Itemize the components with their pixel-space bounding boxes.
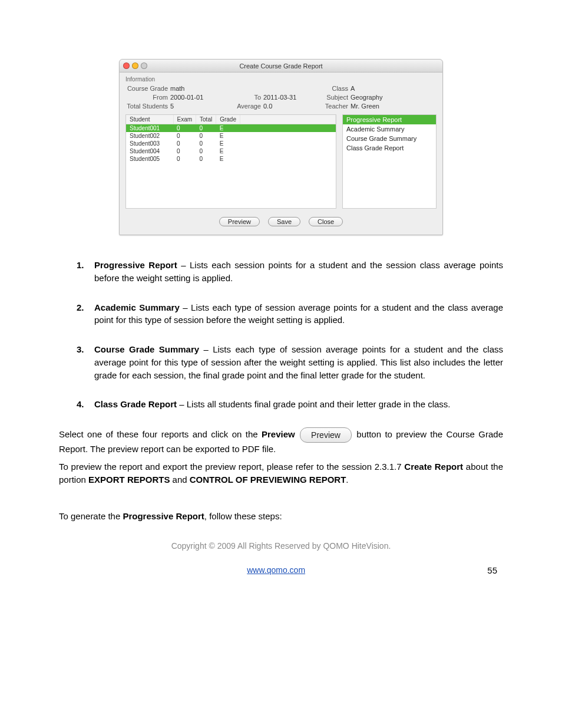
class-value: A <box>351 85 409 92</box>
subject-value: Geography <box>351 94 409 101</box>
titlebar[interactable]: Create Course Grade Report <box>120 60 442 73</box>
th-student[interactable]: Student <box>126 115 173 124</box>
close-button[interactable]: Close <box>309 217 343 226</box>
report-list[interactable]: Progressive ReportAcademic SummaryCourse… <box>342 114 437 209</box>
class-label: Class <box>319 85 348 92</box>
report-item[interactable]: Course Grade Summary <box>343 134 436 143</box>
paragraph-preview: Select one of these four reports and cli… <box>59 427 503 456</box>
page-number: 55 <box>487 564 497 577</box>
report-item[interactable]: Class Grade Report <box>343 143 436 153</box>
table-row[interactable]: Student00500E <box>126 155 336 163</box>
list-item-4: 4. Class Grade Report – Lists all studen… <box>77 398 503 411</box>
th-total[interactable]: Total <box>196 115 216 124</box>
window-title: Create Course Grade Report <box>120 62 442 70</box>
report-item[interactable]: Progressive Report <box>343 115 436 124</box>
save-button[interactable]: Save <box>268 217 300 226</box>
information-section: Information Course Grade math Class A Fr… <box>120 73 442 112</box>
to-label: To <box>232 94 261 101</box>
copyright: Copyright © 2009 All Rights Reserved by … <box>59 540 503 552</box>
list-item-3: 3. Course Grade Summary – Lists each typ… <box>77 343 503 381</box>
paragraph-export: To preview the report and export the pre… <box>59 460 503 486</box>
paragraph-generate: To generate the Progressive Report, foll… <box>59 510 503 523</box>
course-grade-value: math <box>170 85 229 92</box>
list-item-1: 1. Progressive Report – Lists each sessi… <box>77 259 503 285</box>
report-item[interactable]: Academic Summary <box>343 124 436 134</box>
from-value: 2000-01-01 <box>170 94 229 101</box>
th-exam[interactable]: Exam <box>173 115 196 124</box>
table-row[interactable]: Student00200E <box>126 132 336 140</box>
total-students-label: Total Students <box>125 103 168 110</box>
subject-label: Subject <box>319 94 348 101</box>
teacher-value: Mr. Green <box>351 103 409 110</box>
th-grade[interactable]: Grade <box>216 115 240 124</box>
preview-button[interactable]: Preview <box>219 217 260 226</box>
information-label: Information <box>125 76 437 83</box>
average-label: Average <box>232 103 261 110</box>
course-grade-label: Course Grade <box>125 85 168 92</box>
create-course-grade-report-window: Create Course Grade Report Information C… <box>119 59 443 235</box>
to-value: 2011-03-31 <box>263 94 316 101</box>
teacher-label: Teacher <box>319 103 348 110</box>
table-row[interactable]: Student00100E <box>126 124 336 133</box>
list-item-2: 2. Academic Summary – Lists each type of… <box>77 301 503 327</box>
preview-inline-button[interactable]: Preview <box>300 427 352 443</box>
table-row[interactable]: Student00300E <box>126 140 336 147</box>
total-students-value: 5 <box>170 103 229 110</box>
average-value: 0.0 <box>263 103 316 110</box>
table-row[interactable]: Student00400E <box>126 147 336 155</box>
student-table[interactable]: Student Exam Total Grade Student00100ESt… <box>125 114 336 209</box>
footer-link[interactable]: www.qomo.com <box>247 564 305 576</box>
from-label: From <box>125 94 168 101</box>
